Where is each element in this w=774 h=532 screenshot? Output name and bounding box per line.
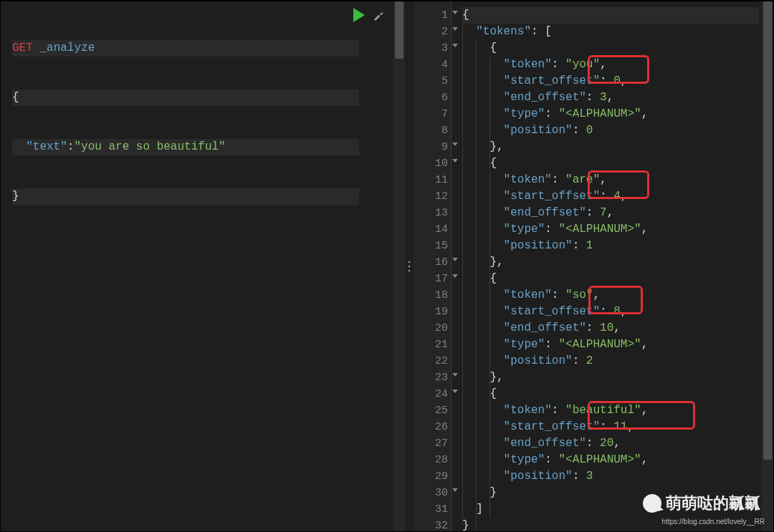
gutter-line: 8 <box>414 122 451 139</box>
svg-marker-0 <box>353 8 365 22</box>
scrollbar-thumb[interactable] <box>763 1 772 460</box>
code-line: }, <box>462 139 759 155</box>
gutter-line: 25 <box>414 402 451 419</box>
code-line: "token": "you", <box>462 57 759 73</box>
gutter-line: 20 <box>414 320 451 337</box>
code-line: "type": "<ALPHANUM>", <box>462 452 759 468</box>
gutter-line: 21 <box>414 337 451 353</box>
line-gutter: 1234567891011121314151617181920212223242… <box>414 1 451 531</box>
gutter-line: 7 <box>414 106 451 122</box>
code-line: } <box>12 188 359 205</box>
code-line: "token": "beautiful", <box>462 402 759 419</box>
gutter-line: 19 <box>414 304 451 320</box>
app-root: GET _analyze { "text":"you are so beauti… <box>0 0 774 532</box>
request-actions <box>352 7 385 23</box>
gutter-line: 6 <box>414 90 451 106</box>
gutter-line: 12 <box>414 188 451 205</box>
code-line: { <box>462 40 759 57</box>
gutter-line: 15 <box>414 238 451 254</box>
gutter-line: 5 <box>414 73 451 90</box>
request-code[interactable]: GET _analyze { "text":"you are so beauti… <box>1 1 405 238</box>
gutter-line: 22 <box>414 353 451 369</box>
gutter-line: 3 <box>414 40 451 57</box>
watermark-logo: 萌萌哒的瓤瓤 <box>643 493 760 514</box>
code-line: "type": "<ALPHANUM>", <box>462 106 759 122</box>
code-line: "position": 2 <box>462 353 759 369</box>
code-line: "type": "<ALPHANUM>", <box>462 221 759 238</box>
code-line: "type": "<ALPHANUM>", <box>462 337 759 353</box>
code-line: { <box>12 90 359 106</box>
gutter-line: 10 <box>414 155 451 172</box>
code-line: "token": "are", <box>462 172 759 188</box>
watermark-url: https://blog.csdn.net/lovely__RR <box>662 518 765 526</box>
code-line: "token": "so", <box>462 287 759 304</box>
response-pane: 1234567891011121314151617181920212223242… <box>414 1 773 531</box>
gutter-line: 23 <box>414 369 451 386</box>
scrollbar[interactable] <box>393 1 405 531</box>
gutter-line: 17 <box>414 271 451 287</box>
code-line: "end_offset": 20, <box>462 435 759 452</box>
code-line: "start_offset": 4, <box>462 188 759 205</box>
code-line: { <box>462 155 759 172</box>
code-line: }, <box>462 254 759 271</box>
run-icon[interactable] <box>352 7 366 23</box>
code-line: "position": 0 <box>462 122 759 139</box>
code-line: { <box>462 386 759 402</box>
wrench-icon[interactable] <box>372 9 385 21</box>
gutter-line: 28 <box>414 452 451 468</box>
code-line: "tokens": [ <box>462 24 759 40</box>
code-line: }, <box>462 369 759 386</box>
code-line: "position": 3 <box>462 468 759 485</box>
gutter-line: 2 <box>414 24 451 40</box>
code-line: { <box>462 271 759 287</box>
response-code[interactable]: { "tokens": [ { "token": "you", "start_o… <box>414 1 773 531</box>
code-line: { <box>462 7 759 24</box>
gutter-line: 18 <box>414 287 451 304</box>
scrollbar[interactable] <box>762 1 773 531</box>
pane-divider[interactable] <box>405 1 414 531</box>
code-line: "start_offset": 11, <box>462 419 759 435</box>
drag-handle-icon <box>408 261 411 272</box>
gutter-line: 13 <box>414 205 451 221</box>
gutter-line: 14 <box>414 221 451 238</box>
gutter-line: 11 <box>414 172 451 188</box>
gutter-line: 4 <box>414 57 451 73</box>
gutter-line: 1 <box>414 7 451 24</box>
gutter-line: 9 <box>414 139 451 155</box>
http-path: _analyze <box>39 42 95 54</box>
http-method: GET <box>12 42 33 54</box>
code-line: "end_offset": 3, <box>462 90 759 106</box>
request-pane: GET _analyze { "text":"you are so beauti… <box>1 1 405 531</box>
gutter-line: 32 <box>414 518 451 531</box>
code-line: "end_offset": 7, <box>462 205 759 221</box>
scrollbar-thumb[interactable] <box>395 1 403 59</box>
watermark-text: 萌萌哒的瓤瓤 <box>666 493 760 514</box>
code-line: "text":"you are so beautiful" <box>12 139 359 155</box>
chat-bubble-icon <box>643 494 661 513</box>
gutter-line: 31 <box>414 501 451 518</box>
gutter-line: 27 <box>414 435 451 452</box>
gutter-line: 16 <box>414 254 451 271</box>
code-line: "position": 1 <box>462 238 759 254</box>
gutter-line: 26 <box>414 419 451 435</box>
gutter-line: 30 <box>414 485 451 501</box>
code-line: GET _analyze <box>12 40 359 57</box>
gutter-line: 24 <box>414 386 451 402</box>
gutter-line: 29 <box>414 468 451 485</box>
code-line: "end_offset": 10, <box>462 320 759 337</box>
code-line: "start_offset": 0, <box>462 73 759 90</box>
code-line: "start_offset": 8, <box>462 304 759 320</box>
